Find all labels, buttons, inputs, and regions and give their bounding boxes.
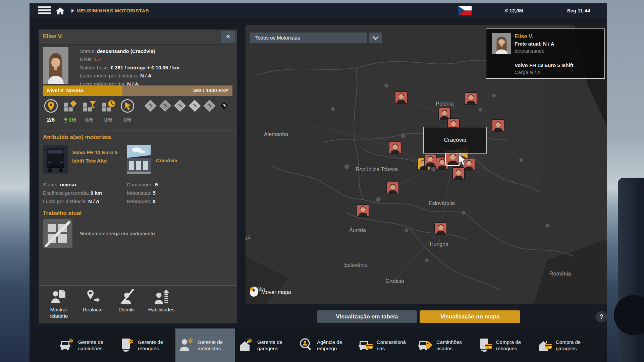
valuable-cargo-skill-icon <box>62 99 78 115</box>
adr-flammable-solids-badge <box>188 99 201 112</box>
nav-item-label: Concessionárias <box>377 339 406 352</box>
nav-item-rias[interactable]: Concessionárias <box>355 328 414 362</box>
nav-item-label: Caminhõesusados <box>436 339 462 352</box>
nav-job-agency-icon <box>298 337 314 354</box>
driver-map-marker[interactable] <box>434 222 447 235</box>
skill-urgent-delivery-skill-icon[interactable]: 0/6 <box>100 99 116 123</box>
truck-thumbnail[interactable] <box>43 145 68 174</box>
truck-name[interactable]: Volvo FH 13 Euro 5 Ishift Teto Alto <box>72 148 122 165</box>
no-delivery-icon <box>43 219 72 250</box>
driver-card-portrait <box>492 33 511 54</box>
nav-item-caminhões[interactable]: Gerente decaminhões <box>56 328 116 362</box>
nav-item-label: Gerente degaragens <box>257 339 282 352</box>
stat-line: Reboques: 0 <box>127 197 158 205</box>
adr-oxidizing-badge <box>203 99 216 112</box>
action-skills-button[interactable]: Habilidades <box>145 289 177 313</box>
assigned-section-heading: Atribuído a(ao) motorista <box>43 134 111 141</box>
driver-map-marker[interactable] <box>465 92 477 105</box>
driver-filter-dropdown[interactable]: Todos os Motoristas <box>250 33 367 43</box>
nav-used-trucks-icon <box>418 337 433 354</box>
home-icon[interactable] <box>56 7 65 16</box>
urgent-delivery-skill-icon <box>100 99 116 115</box>
driver-card-truck: Volvo FH 13 Euro 5 Ishift <box>515 62 574 68</box>
driver-map-marker[interactable] <box>389 141 401 154</box>
driver-map-marker[interactable] <box>395 91 408 104</box>
driver-panel-header: Elise V. « <box>39 29 237 45</box>
stat-line: Caminhões: 5 <box>127 180 158 189</box>
divider <box>39 130 237 131</box>
nav-item-reboques[interactable]: Gerente dereboques <box>116 328 175 362</box>
country-label-Eslováquia: Eslováquia <box>429 200 455 206</box>
experience-count: 593 / 1400 EXP <box>193 87 228 93</box>
garage-name[interactable]: Cracóvia <box>156 156 177 165</box>
stat-line: Lucro por distância: N / A <box>43 197 102 205</box>
map-view-button[interactable]: Visualização no mapa <box>420 310 520 323</box>
driver-portrait <box>43 47 68 84</box>
skill-valuable-cargo-skill-icon[interactable]: 0/6 <box>62 99 78 123</box>
nav-item-garagens[interactable]: Compra degaragens <box>534 328 593 362</box>
chevron-down-icon[interactable] <box>369 33 382 43</box>
nav-item-emprego[interactable]: Agência deemprego <box>295 328 355 362</box>
nav-trailer-purchase-icon <box>477 337 493 354</box>
nav-item-reboques[interactable]: Compra dereboques <box>474 328 534 362</box>
adr-explosives-badge <box>144 99 157 112</box>
menu-icon[interactable] <box>38 6 51 15</box>
action-dismiss-button[interactable]: Demitir <box>111 289 143 313</box>
action-label: Realocar <box>77 307 109 313</box>
collapse-panel-button[interactable]: « <box>221 31 235 43</box>
skills-icon <box>145 289 177 306</box>
driver-map-marker[interactable] <box>386 182 399 194</box>
driver-card-cargo: Carga N / A <box>515 69 541 75</box>
nav-item-label: Gerente decaminhões <box>78 339 103 352</box>
nav-item-usados[interactable]: Caminhõesusados <box>414 328 474 362</box>
nav-garage-manager-icon <box>238 337 254 354</box>
action-relocate-button[interactable]: Realocar <box>77 289 109 313</box>
driver-card-freight: Frete atual: N / A <box>515 41 554 47</box>
driver-map-marker[interactable] <box>357 204 369 217</box>
country-label-República Tcheca: República Tcheca <box>356 167 398 173</box>
breadcrumb-arrow-icon <box>71 8 74 14</box>
nav-garage-purchase-icon <box>537 337 552 354</box>
help-button[interactable]: ? <box>596 311 607 322</box>
country-label-Croácia: Croácia <box>385 278 404 284</box>
nav-item-label: Compra degaragens <box>556 339 581 352</box>
country-label-Polônia: Polônia <box>436 101 453 107</box>
move-map-hint: Mover mapa <box>250 286 291 298</box>
action-report-button[interactable]: Mostrar relatório <box>43 289 75 319</box>
breadcrumb: MEUS/MINHAS MOTORISTAS <box>76 8 149 13</box>
nav-item-label: Compra dereboques <box>496 339 521 352</box>
driver-map[interactable]: PolôniaAlemanhaRepública TchecaEslováqui… <box>246 25 607 304</box>
skill-count: 0/6 <box>100 117 116 123</box>
driver-map-marker[interactable] <box>492 119 504 132</box>
driver-detail-panel: Elise V. « Status: descansando (Cracóvia… <box>39 29 237 323</box>
hovered-driver-card: Elise V. Frete atual: N / A descansando … <box>486 28 605 79</box>
skill-count: 0/6 <box>81 117 97 123</box>
skill-local-delivery-skill-icon[interactable]: 2/6 <box>43 99 59 123</box>
skill-count: 0/6 <box>119 117 135 123</box>
nav-item-garagens[interactable]: Gerente degaragens <box>235 328 295 362</box>
action-label: Habilidades <box>145 307 177 313</box>
country-label-ça: ça <box>246 234 250 240</box>
stat-line: Motoristas: 5 <box>127 189 158 197</box>
garage-stats: Caminhões: 5Motoristas: 5Reboques: 0 <box>127 180 158 205</box>
nav-item-label: Gerente dereboques <box>138 339 163 352</box>
garage-thumbnail[interactable] <box>127 145 151 174</box>
report-icon <box>43 289 75 306</box>
driver-info-line: Salário base: € 361 / entrega + € 10,35 … <box>80 64 179 72</box>
relocate-icon <box>77 289 109 306</box>
bottom-navigation: Gerente decaminhõesGerente dereboquesGer… <box>30 328 607 362</box>
skill-count: 2/6 <box>43 117 59 123</box>
eco-driving-skill-icon <box>119 99 135 115</box>
country-label-Alemanha: Alemanha <box>264 131 288 137</box>
skills-row: 2/6 0/6 0/6 0/6 0/6 <box>43 99 135 123</box>
table-view-button[interactable]: Visualização em tabela <box>317 310 417 323</box>
nav-trailer-manager-icon <box>119 337 135 354</box>
skill-fragile-cargo-skill-icon[interactable]: 0/6 <box>81 99 97 123</box>
move-map-label: Mover mapa <box>261 289 291 295</box>
nav-item-motoristas[interactable]: Gerente demotoristas <box>175 328 235 362</box>
driver-map-marker[interactable] <box>452 167 465 180</box>
adr-corrosive-badge <box>218 99 230 112</box>
top-bar: MEUS/MINHAS MOTORISTAS € 12,0M Seg 11:44 <box>30 3 607 18</box>
driver-map-marker[interactable] <box>424 154 437 167</box>
skill-eco-driving-skill-icon[interactable]: 0/6 <box>119 99 135 123</box>
